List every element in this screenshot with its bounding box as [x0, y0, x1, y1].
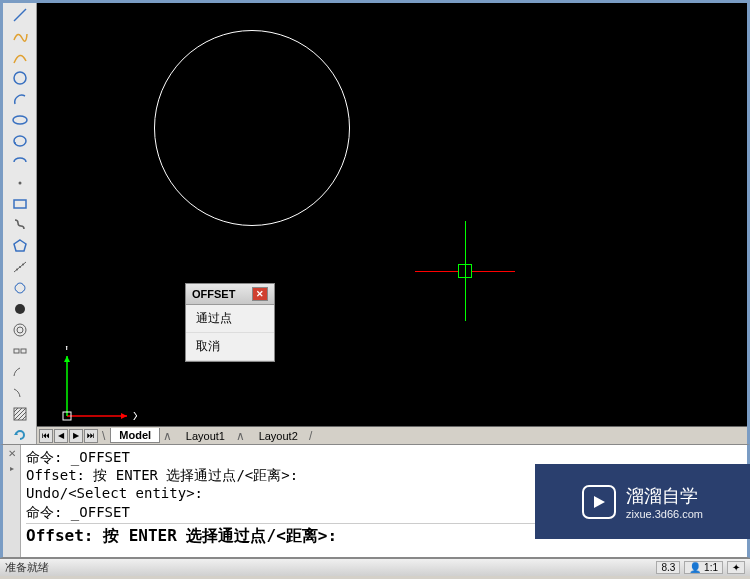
menu-item-through-point[interactable]: 通过点 — [186, 305, 274, 333]
spline-tool[interactable] — [10, 26, 30, 45]
ucs-x-label: X — [133, 410, 137, 422]
bezier-tool[interactable] — [10, 131, 30, 150]
divide-tool[interactable] — [10, 257, 30, 276]
tab-nav-last-icon[interactable]: ⏭ — [84, 429, 98, 443]
status-bar: 准备就绪 8.3 👤 1:1 ✦ — [0, 558, 750, 576]
svg-line-0 — [14, 9, 26, 21]
trim-tool[interactable] — [10, 383, 30, 402]
drawing-canvas[interactable]: X Y OFFSET ✕ 通过点 取消 ⏮ ◀ ▶ ⏭ \ Model ∧ La… — [37, 3, 747, 444]
cursor-horizontal-left — [415, 271, 458, 272]
svg-point-1 — [14, 72, 26, 84]
tab-model[interactable]: Model — [110, 428, 160, 443]
svg-point-13 — [14, 324, 26, 336]
ellipse-arc-tool[interactable] — [10, 152, 30, 171]
donut-tool[interactable] — [10, 299, 30, 318]
svg-marker-7 — [14, 240, 26, 251]
svg-line-19 — [14, 408, 22, 416]
tab-layout1[interactable]: Layout1 — [178, 429, 233, 443]
svg-rect-15 — [14, 349, 19, 353]
tab-nav-next-icon[interactable]: ▶ — [69, 429, 83, 443]
svg-point-14 — [17, 327, 23, 333]
svg-point-11 — [22, 263, 24, 265]
watermark-url: zixue.3d66.com — [626, 508, 703, 520]
svg-rect-16 — [21, 349, 26, 353]
offset-context-menu: OFFSET ✕ 通过点 取消 — [185, 283, 275, 362]
play-icon — [582, 485, 616, 519]
status-extra-icon[interactable]: ✦ — [727, 561, 745, 574]
cursor-horizontal-right — [472, 271, 515, 272]
arc-tool[interactable] — [10, 89, 30, 108]
svg-marker-25 — [121, 413, 127, 419]
ucs-icon: X Y — [57, 346, 137, 429]
svg-line-21 — [18, 412, 26, 420]
drawn-circle — [154, 30, 350, 226]
svg-point-12 — [15, 304, 25, 314]
draw-toolbar — [3, 3, 37, 444]
command-close-icon[interactable]: ✕ — [8, 448, 16, 459]
svg-rect-6 — [14, 200, 26, 208]
point-tool[interactable] — [10, 173, 30, 192]
layout-tabs-bar: ⏮ ◀ ▶ ⏭ \ Model ∧ Layout1 ∧ Layout2 / — [37, 426, 747, 444]
break-tool[interactable] — [10, 341, 30, 360]
refresh-tool[interactable] — [10, 425, 30, 444]
command-window-gutter: ✕ ▸ — [3, 445, 21, 557]
polygon-tool[interactable] — [10, 236, 30, 255]
svg-point-9 — [16, 268, 18, 270]
tab-nav-first-icon[interactable]: ⏮ — [39, 429, 53, 443]
coil-tool[interactable] — [10, 215, 30, 234]
hatch-tool[interactable] — [10, 404, 30, 423]
svg-line-18 — [14, 408, 18, 412]
line-tool[interactable] — [10, 5, 30, 24]
tab-layout2[interactable]: Layout2 — [251, 429, 306, 443]
status-coords: 8.3 — [656, 561, 680, 574]
arc-join-tool[interactable] — [10, 362, 30, 381]
svg-point-5 — [18, 181, 21, 184]
close-icon[interactable]: ✕ — [252, 287, 268, 301]
svg-line-22 — [22, 416, 26, 420]
revision-cloud-tool[interactable] — [10, 278, 30, 297]
svg-point-4 — [14, 142, 16, 144]
command-pin-icon[interactable]: ▸ — [10, 464, 14, 473]
circle-tool[interactable] — [10, 68, 30, 87]
svg-point-10 — [19, 266, 21, 268]
watermark-title: 溜溜自学 — [626, 484, 703, 508]
status-scale[interactable]: 👤 1:1 — [684, 561, 723, 574]
svg-marker-29 — [594, 496, 605, 508]
svg-point-3 — [14, 136, 26, 146]
rectangle-tool[interactable] — [10, 194, 30, 213]
person-icon: 👤 — [689, 562, 701, 573]
svg-point-2 — [13, 116, 27, 124]
svg-marker-27 — [64, 356, 70, 362]
context-menu-titlebar[interactable]: OFFSET ✕ — [186, 284, 274, 305]
menu-item-cancel[interactable]: 取消 — [186, 333, 274, 361]
status-ready-text: 准备就绪 — [5, 560, 49, 575]
watermark: 溜溜自学 zixue.3d66.com — [535, 464, 750, 539]
tab-nav-prev-icon[interactable]: ◀ — [54, 429, 68, 443]
ucs-y-label: Y — [63, 346, 71, 352]
ring-tool[interactable] — [10, 320, 30, 339]
curve-tool[interactable] — [10, 47, 30, 66]
context-menu-title-text: OFFSET — [192, 288, 235, 300]
cursor-pickbox — [458, 264, 472, 278]
ellipse-tool[interactable] — [10, 110, 30, 129]
